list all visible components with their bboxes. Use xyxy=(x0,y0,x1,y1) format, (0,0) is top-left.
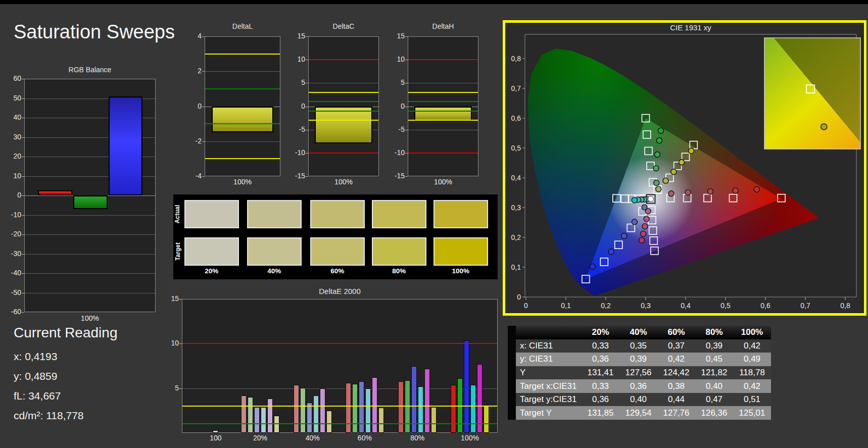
y-tick-label: -5 xyxy=(285,125,305,133)
table-row: Y131,41127,56124,42121,82118,78 xyxy=(508,366,771,380)
y-tick-label: 10 xyxy=(1,172,21,180)
table-row: x: CIE310,330,350,370,390,42 xyxy=(508,339,771,353)
y-tick-mark xyxy=(306,83,308,83)
y-tick-mark xyxy=(22,234,24,235)
delta-e-bar-20% xyxy=(261,407,266,433)
delta-e-bar-80% xyxy=(411,366,417,433)
measured-point-blue xyxy=(590,264,595,269)
x-tick-label: 0,5 xyxy=(720,302,731,310)
value-cell: 0,44 xyxy=(657,393,695,407)
y-tick-label: 0 xyxy=(517,293,521,301)
y-tick-mark xyxy=(22,79,24,79)
y-tick-mark xyxy=(22,312,24,313)
value-cell: 127,56 xyxy=(619,366,657,380)
swatch-target-80% xyxy=(372,237,426,266)
y-tick-label: 0,3 xyxy=(511,204,521,212)
y-tick-label: 4 xyxy=(181,32,202,40)
measured-point-red xyxy=(707,189,713,194)
y-tick-label: 5 xyxy=(384,78,405,86)
delta-e-bar-60% xyxy=(352,384,358,433)
table-row: y: CIE310,360,390,420,450,49 xyxy=(508,353,771,366)
page-title: Saturation Sweeps xyxy=(14,21,175,43)
x-tick-label: 0,4 xyxy=(681,302,691,310)
y-tick-mark xyxy=(22,157,24,157)
y-tick-mark xyxy=(202,141,205,142)
measured-point-yellow xyxy=(663,178,668,183)
value-cell: 121,82 xyxy=(695,366,733,380)
swatch-actual-60% xyxy=(310,200,365,228)
swatch-actual-20% xyxy=(184,200,239,228)
y-tick-label: 0,1 xyxy=(511,263,521,271)
x-tick-label: 0,8 xyxy=(840,302,850,310)
green-bar xyxy=(73,195,108,209)
delta_h-title: DeltaH xyxy=(408,22,478,30)
y-tick-label: -5 xyxy=(384,125,405,133)
x-tick-label: 0 xyxy=(524,302,528,310)
value-cell: 0,36 xyxy=(619,379,657,393)
y-tick-label: -60 xyxy=(1,308,21,316)
y-tick-mark xyxy=(306,130,308,130)
y-tick-label: 0,6 xyxy=(511,114,521,122)
measured-point-blue xyxy=(621,233,627,239)
delta-e-bar-100% xyxy=(477,364,483,433)
value-cell: 125,01 xyxy=(733,406,771,420)
limit-line xyxy=(408,92,478,93)
gridline xyxy=(25,234,155,235)
y-tick-label: 5 xyxy=(285,78,305,86)
measured-point-green xyxy=(654,152,660,157)
delta-e-bar-40% xyxy=(320,388,325,433)
y-tick-mark xyxy=(202,36,205,37)
value-cell: 0,39 xyxy=(619,353,657,366)
swatch-row-label: Target xyxy=(173,237,182,266)
cie-title: CIE 1931 xy xyxy=(670,23,711,32)
y-tick-mark xyxy=(306,176,308,177)
y-tick-label: 0,2 xyxy=(511,233,521,241)
y-tick-label: 15 xyxy=(285,32,305,40)
cie-panel: CIE 1931 xy00,10,20,30,40,50,60,70,800,1… xyxy=(503,20,866,316)
value-cell: 20% xyxy=(582,326,619,339)
delta-e-bar-100% xyxy=(451,385,456,433)
limit-line xyxy=(408,120,478,121)
gridline xyxy=(25,215,155,216)
delta-e-bar-60% xyxy=(378,408,384,433)
delta-e-bar-40% xyxy=(313,395,319,433)
limit-line xyxy=(205,158,280,159)
measured-point-yellow xyxy=(671,169,677,175)
value-cell: 60% xyxy=(657,326,695,339)
y-tick-label: -2 xyxy=(181,137,202,145)
y-tick-label: -15 xyxy=(285,172,305,180)
y-tick-mark xyxy=(405,176,408,177)
gridline xyxy=(205,141,280,142)
table-row: Target Y131,85129,54127,76126,36125,01 xyxy=(508,406,771,420)
y-tick-label: 0 xyxy=(181,102,202,110)
value-cell: 80% xyxy=(695,326,733,339)
inset-measured-dot xyxy=(821,124,827,130)
y-tick-mark xyxy=(306,60,308,60)
y-tick-label: 0 xyxy=(285,102,305,110)
y-tick-label: -10 xyxy=(1,211,21,219)
swatch-col-label: 80% xyxy=(379,267,419,275)
y-tick-mark xyxy=(22,176,24,177)
y-tick-label: 60 xyxy=(1,74,21,82)
100%-bar xyxy=(315,107,372,144)
table-row: Target x:CIE310,330,360,380,400,42 xyxy=(508,379,771,393)
cie-chart: CIE 1931 xy00,10,20,30,40,50,60,70,800,1… xyxy=(503,20,866,316)
swatch-target-60% xyxy=(310,237,365,266)
y-tick-label: 40 xyxy=(1,113,21,121)
delta-e-bar-100 xyxy=(213,430,218,433)
measured-point-blue xyxy=(609,249,614,255)
measured-point-magenta xyxy=(642,224,648,229)
value-cell: 0,40 xyxy=(619,393,657,407)
y-tick-label: -10 xyxy=(384,148,405,157)
gridline xyxy=(205,71,280,72)
y-tick-mark xyxy=(22,195,24,196)
delta-e-bar-100% xyxy=(464,340,469,433)
measured-point-yellow xyxy=(689,148,694,154)
row-marker xyxy=(508,366,516,380)
delta-e-bar-20% xyxy=(254,407,260,433)
value-cell: 124,42 xyxy=(657,366,695,380)
delta_c-title: DeltaC xyxy=(308,22,379,30)
delta-e-bar-80% xyxy=(431,407,437,433)
gridline xyxy=(408,83,478,83)
measurement-table: 20%40%60%80%100%x: CIE310,330,350,370,39… xyxy=(508,326,771,420)
